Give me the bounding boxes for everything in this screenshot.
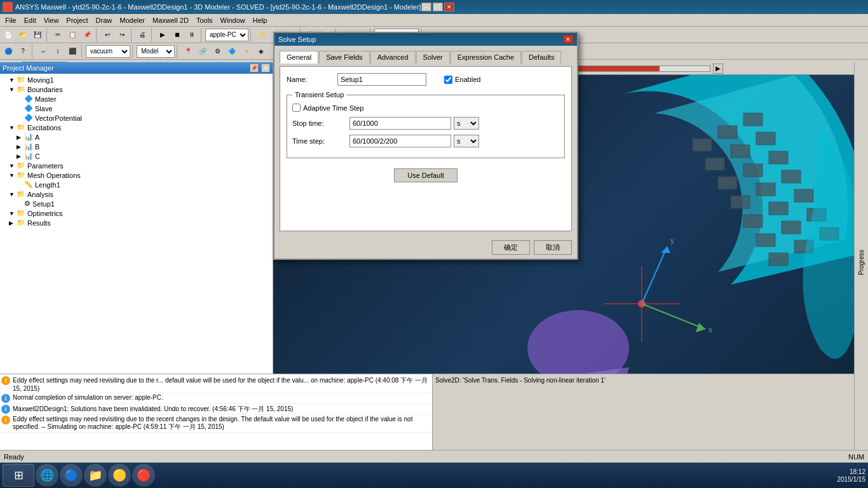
taskbar-app-5[interactable]: 🔴 [132, 464, 155, 487]
tb-new[interactable]: 📄 [1, 28, 15, 42]
tb-c1[interactable]: ⚡ [255, 28, 269, 42]
dialog-tab-solver[interactable]: Solver [416, 51, 450, 64]
tb-save[interactable]: 💾 [31, 28, 44, 42]
tree-item-a[interactable]: ▶📊A [1, 132, 271, 142]
tree-item-moving1[interactable]: ▼📁Moving1 [1, 75, 271, 85]
maximize-button[interactable]: □ [433, 3, 443, 11]
tree-item-parameters[interactable]: ▼📁Parameters [1, 161, 271, 170]
tb-redo[interactable]: ↪ [115, 28, 129, 42]
tb-h2[interactable]: ↕ [51, 44, 65, 58]
pm-close[interactable]: ✕ [261, 64, 270, 72]
stop-time-unit[interactable]: s ms us [454, 117, 479, 130]
tb-paste[interactable]: 📌 [80, 28, 94, 42]
tree-item-optimetrics[interactable]: ▼📁Optimetrics [1, 208, 271, 218]
transient-setup-group: Transient Setup Adaptive Time Step Stop … [287, 91, 565, 158]
adaptive-step-checkbox[interactable] [292, 104, 301, 112]
tree-item-vectorpotential[interactable]: 🔷VectorPotential [1, 113, 271, 123]
tree-item-excitations[interactable]: ▼📁Excitations [1, 123, 271, 132]
taskbar-app-1[interactable]: 🌐 [36, 464, 58, 487]
tb-i1[interactable]: 📍 [181, 44, 195, 58]
tb-b1[interactable]: ▶ [156, 28, 170, 42]
ok-button[interactable]: 确定 [492, 240, 530, 255]
log-icon: ! [1, 376, 10, 385]
tree-item-setup1[interactable]: ⚙Setup1 [1, 199, 271, 208]
log-entry: !Eddy effect settings may need revisitin… [1, 415, 431, 433]
dialog-tab-defaults[interactable]: Defaults [522, 51, 561, 64]
model-select[interactable]: Model [137, 45, 175, 58]
dialog-tab-general[interactable]: General [280, 51, 318, 64]
taskbar-app-4[interactable]: 🟡 [108, 464, 131, 487]
running-arrow[interactable]: ▶ [713, 64, 723, 74]
tree-item-master[interactable]: 🔷Master [1, 94, 271, 104]
tb-undo[interactable]: ↩ [100, 28, 114, 42]
menu-draw[interactable]: Draw [92, 15, 116, 25]
menu-help[interactable]: Help [249, 15, 271, 25]
tb-b2[interactable]: ⏹ [170, 28, 184, 42]
dialog-tab-expressioncache[interactable]: Expression Cache [451, 51, 521, 64]
tree-item-results[interactable]: ▶📁Results [1, 218, 271, 227]
tree-item-analysis[interactable]: ▼📁Analysis [1, 189, 271, 199]
time-step-row: Time step: s ms us [292, 135, 559, 147]
pm-pin[interactable]: 📌 [250, 64, 259, 72]
tb-open[interactable]: 📂 [16, 28, 30, 42]
tb-g2[interactable]: ? [16, 44, 30, 58]
svg-rect-14 [769, 202, 788, 215]
svg-rect-11 [756, 183, 775, 196]
name-input[interactable] [337, 73, 426, 86]
menu-view[interactable]: View [40, 15, 63, 25]
tb-b3[interactable]: ⏸ [185, 28, 199, 42]
tb-copy[interactable]: 📋 [65, 28, 79, 42]
tree-item-slave[interactable]: 🔷Slave [1, 104, 271, 113]
cancel-button[interactable]: 取消 [534, 240, 572, 255]
close-button[interactable]: ✕ [444, 3, 454, 11]
time-step-input[interactable] [349, 135, 451, 147]
tree-item-c[interactable]: ▶📊C [1, 151, 271, 161]
adaptive-step-row: Adaptive Time Step [292, 104, 559, 112]
taskbar-app-2[interactable]: 🔵 [60, 464, 83, 487]
menu-edit[interactable]: Edit [20, 15, 40, 25]
menu-project[interactable]: Project [62, 15, 92, 25]
tb-i3[interactable]: ⚙ [210, 44, 224, 58]
tb-h3[interactable]: ⬛ [65, 44, 79, 58]
tb-i6[interactable]: ◈ [254, 44, 268, 58]
menu-tools[interactable]: Tools [193, 15, 217, 25]
svg-rect-1 [693, 139, 712, 151]
menu-file[interactable]: File [1, 15, 20, 25]
log-text: Maxwell2DDesign1: Solutions have been in… [13, 405, 293, 414]
tb-cut[interactable]: ✂ [51, 28, 65, 42]
enabled-label: Enabled [455, 76, 480, 83]
machine-select[interactable]: apple-PC [205, 29, 248, 41]
menu-maxwell2d[interactable]: Maxwell 2D [149, 15, 193, 25]
stop-time-input[interactable] [349, 117, 451, 130]
sep14 [177, 44, 179, 58]
use-default-button[interactable]: Use Default [394, 168, 457, 182]
svg-rect-3 [743, 113, 763, 126]
window-controls[interactable]: ─ □ ✕ [421, 3, 454, 11]
tree-item-b[interactable]: ▶📊B [1, 142, 271, 151]
menu-window[interactable]: Window [217, 15, 249, 25]
dialog-tab-savefields[interactable]: Save Fields [319, 51, 369, 64]
time-step-unit[interactable]: s ms us [454, 135, 479, 147]
tree-item-length1[interactable]: 📏Length1 [1, 180, 271, 189]
start-button[interactable]: ⊞ [3, 464, 34, 487]
menu-modeler[interactable]: Modeler [116, 15, 149, 25]
tb-print[interactable]: 🖨 [135, 28, 149, 42]
tb-h1[interactable]: ↔ [36, 44, 50, 58]
taskbar-app-3[interactable]: 📁 [84, 464, 107, 487]
tb-i2[interactable]: 🔗 [196, 44, 210, 58]
tree-item-boundaries[interactable]: ▼📁Boundaries [1, 85, 271, 94]
stop-time-row: Stop time: s ms us [292, 117, 559, 130]
material-select[interactable]: vacuum [86, 45, 130, 58]
svg-rect-12 [782, 170, 801, 183]
enabled-checkbox-label: Enabled [444, 76, 480, 84]
minimize-button[interactable]: ─ [421, 3, 431, 11]
pm-header: Project Manager 📌 ✕ [0, 62, 273, 74]
dialog-tab-advanced[interactable]: Advanced [370, 51, 416, 64]
tree-item-mesh operations[interactable]: ▼📁Mesh Operations [1, 170, 271, 180]
tb-g1[interactable]: 🔵 [1, 44, 15, 58]
tb-i4[interactable]: 🔷 [225, 44, 239, 58]
dialog-close-button[interactable]: ✕ [563, 35, 573, 44]
tb-i5[interactable]: 🔸 [240, 44, 254, 58]
enabled-checkbox[interactable] [444, 76, 452, 84]
right-log-panel: Solve2D: 'Solve Trans. Fields - Solving … [432, 374, 854, 463]
